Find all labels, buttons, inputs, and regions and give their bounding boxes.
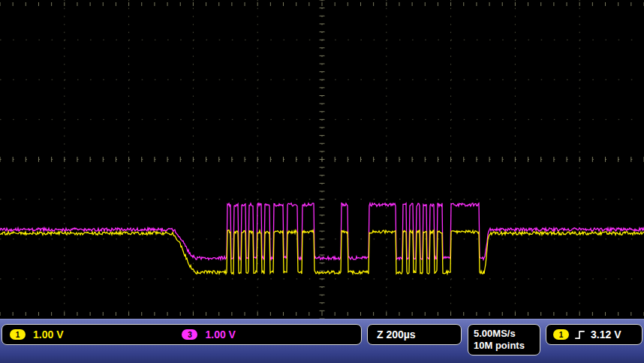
channel-readout-box: 1 1.00 V 3 1.00 V (2, 324, 362, 345)
scope-display (0, 0, 644, 319)
timebase-label: Z 200µs (377, 328, 416, 340)
ch3-badge: 3 (182, 329, 197, 340)
trigger-readout-box: 1 3.12 V (546, 324, 642, 345)
timebase-readout-box: Z 200µs (367, 324, 462, 345)
rising-edge-icon (574, 329, 585, 340)
record-length-label: 10M points (474, 340, 525, 352)
ch3-scale: 1.00 V (205, 328, 235, 340)
ch1-trace (0, 230, 644, 274)
sample-rate-label: 5.00MS/s (474, 328, 516, 340)
trigger-source-badge: 1 (553, 329, 569, 340)
oscilloscope-screen: 1 1.00 V 3 1.00 V Z 200µs 5.00MS/s 10M p… (0, 0, 644, 363)
graticule (0, 0, 644, 319)
acquisition-readout-box: 5.00MS/s 10M points (468, 324, 540, 356)
ch1-scale: 1.00 V (33, 328, 63, 340)
ch1-badge: 1 (10, 329, 26, 340)
trigger-level: 3.12 V (591, 328, 621, 340)
status-bar: 1 1.00 V 3 1.00 V Z 200µs 5.00MS/s 10M p… (0, 319, 644, 363)
